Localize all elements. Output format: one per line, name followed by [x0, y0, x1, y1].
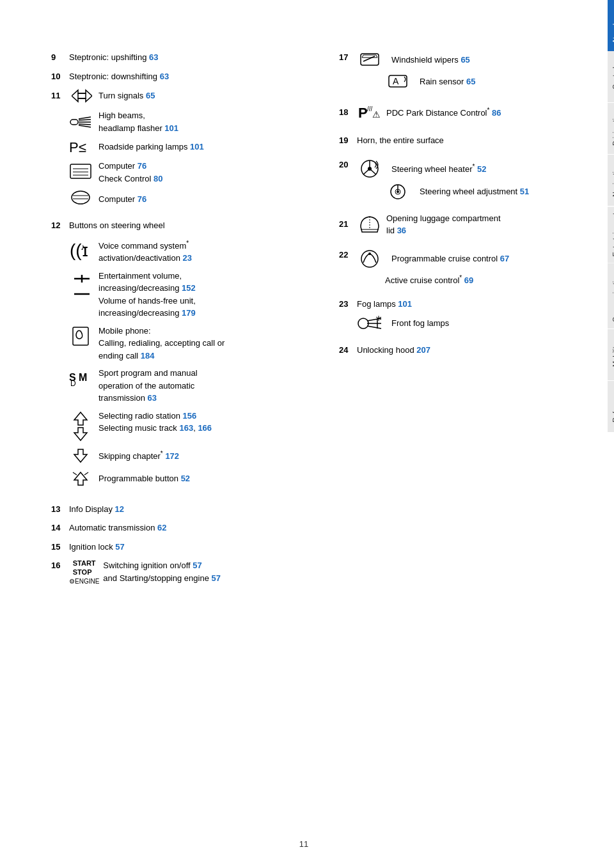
entry-22-number: 22	[339, 249, 357, 261]
entry-24: 24 Unlocking hood 207	[339, 344, 588, 357]
sub-entry-entertainment: Entertainment volume, increasing/decreas…	[69, 270, 326, 320]
sub-entry-voice: ((ɪ ♪ Voice command system* activation/d…	[69, 238, 326, 265]
entry-9-label: Steptronic: upshifting	[69, 52, 146, 62]
svg-point-13	[72, 191, 90, 204]
sidebar-tab-entertainment[interactable]: Entertainment	[608, 206, 614, 263]
entry-16-ref[interactable]: 57	[193, 561, 201, 570]
computer-2-text: Computer 76	[98, 193, 326, 206]
entry-13-text: Info Display 12	[69, 503, 326, 516]
check-control-ref[interactable]: 80	[154, 174, 162, 183]
entry-15-number: 15	[51, 541, 69, 554]
voice-command-text: Voice command system* activation/deactiv…	[98, 238, 326, 265]
entry-14-number: 14	[51, 522, 69, 534]
page-container: 9 Steptronic: upshifting 63 10 Steptroni…	[0, 0, 614, 868]
entry-15-ref[interactable]: 57	[115, 542, 124, 552]
roadside-parking-text: Roadside parking lamps 101	[98, 141, 326, 153]
svg-text:⚠: ⚠	[372, 109, 381, 120]
entry-16-text: Switching ignition on/off 57 and Startin…	[103, 559, 326, 584]
entry-17-number: 17	[339, 51, 357, 64]
computer-1-icon	[69, 163, 95, 182]
sidebar-tab-navigation-label: Navigation	[611, 164, 614, 197]
svg-line-4	[79, 117, 91, 119]
high-beams-ref[interactable]: 101	[164, 123, 178, 133]
entry-9-text: Steptronic: upshifting 63	[69, 51, 326, 64]
voice-ref[interactable]: 23	[183, 253, 192, 263]
sidebar-tab-driving-tips[interactable]: Driving tips	[608, 103, 614, 154]
music-ref[interactable]: 163	[179, 423, 193, 433]
entry-11-number: 11	[51, 89, 69, 102]
radio-ref[interactable]: 156	[183, 411, 197, 421]
computer-1-ref[interactable]: 76	[138, 161, 146, 171]
mobile-phone-icon	[69, 325, 95, 346]
sidebar-tab-mobility-label: Mobility	[611, 343, 614, 367]
sport-program-icon: S M D	[69, 367, 95, 386]
entry-11-text: Turn signals 65	[98, 89, 326, 102]
sidebar-tab-mobility[interactable]: Mobility	[608, 329, 614, 380]
turn-signals-icon	[69, 89, 95, 103]
radio-icon	[69, 410, 95, 442]
entry-15-text: Ignition lock 57	[69, 541, 326, 554]
entry-23: 23 Fog lamps 101	[339, 298, 588, 332]
windshield-text: Windshield wipers 65	[391, 54, 470, 66]
entry-12-text: Buttons on steering wheel	[69, 219, 326, 232]
high-beams-text: High beams,headlamp flasher 101	[98, 109, 326, 134]
entertainment-text: Entertainment volume, increasing/decreas…	[98, 270, 326, 320]
sub-entry-skip: Skipping chapter* 172	[69, 447, 326, 465]
sidebar-tab-controls[interactable]: Controls	[608, 51, 614, 102]
entry-10-number: 10	[51, 70, 69, 83]
handsfree-ref[interactable]: 179	[182, 308, 196, 318]
programmable-icon	[69, 470, 95, 488]
steering-adj-ref[interactable]: 51	[520, 187, 529, 196]
entry-10-ref[interactable]: 63	[160, 72, 169, 81]
sidebar-tab-reference[interactable]: Reference	[608, 381, 614, 432]
steering-heater-ref[interactable]: 52	[477, 164, 486, 174]
svg-rect-2	[70, 120, 78, 125]
cruise-ref[interactable]: 67	[500, 254, 509, 263]
entry-14-ref[interactable]: 62	[157, 523, 166, 532]
windshield-ref[interactable]: 65	[460, 55, 469, 65]
active-cruise-text: Active cruise control* 69	[385, 273, 473, 287]
computer-2-ref[interactable]: 76	[138, 194, 146, 204]
entry-16-ref2[interactable]: 57	[211, 573, 220, 583]
entry-19-number: 19	[339, 134, 357, 147]
entertainment-ref[interactable]: 152	[182, 283, 196, 293]
sidebar-tab-communications[interactable]: Communications	[608, 263, 614, 329]
entry-16-label: Switching ignition on/off	[103, 561, 190, 570]
entry-24-ref[interactable]: 207	[416, 345, 430, 355]
high-beams-icon	[69, 113, 95, 131]
entry-16-number: 16	[51, 559, 69, 572]
entry-10-text: Steptronic: downshifting 63	[69, 70, 326, 83]
entry-20: 20	[339, 159, 588, 201]
svg-text:D: D	[70, 379, 76, 386]
sidebar-tab-controls-label: Controls	[611, 64, 614, 90]
entry-12-number: 12	[51, 219, 69, 232]
skip-ref[interactable]: 172	[165, 451, 179, 461]
mobile-ref[interactable]: 184	[141, 351, 155, 360]
skip-icon	[69, 447, 95, 465]
sidebar-tab-reference-label: Reference	[611, 391, 614, 423]
svg-line-52	[367, 326, 381, 329]
entry-16: 16 STARTSTOP ⚙ENGINE Switching ignition …	[51, 559, 326, 585]
music-ref2[interactable]: 166	[198, 423, 212, 433]
entry-18-ref[interactable]: 86	[492, 108, 501, 118]
sidebar-tab-navigation[interactable]: Navigation	[608, 155, 614, 206]
entry-21-ref[interactable]: 36	[397, 226, 406, 235]
active-cruise-ref[interactable]: 69	[464, 275, 473, 285]
computer-2-icon	[69, 190, 95, 209]
svg-marker-25	[74, 449, 87, 462]
sidebar-tab-at-a-glance[interactable]: At a glance	[608, 0, 614, 51]
entry-9-ref[interactable]: 63	[149, 52, 158, 62]
svg-text:♪: ♪	[81, 242, 85, 252]
svg-marker-1	[78, 90, 92, 102]
rain-ref[interactable]: 65	[466, 77, 475, 86]
sub-entry-sport: S M D Sport program and manual operation…	[69, 367, 326, 405]
sidebar-tab-driving-tips-label: Driving tips	[611, 111, 614, 146]
right-column: 17 Windshield wipers 6	[339, 51, 588, 593]
roadside-ref[interactable]: 101	[190, 142, 204, 151]
sport-text: Sport program and manual operation of th…	[98, 367, 326, 405]
entry-13-ref[interactable]: 12	[115, 504, 124, 514]
entry-11-ref[interactable]: 65	[146, 91, 155, 100]
sport-ref[interactable]: 63	[148, 393, 157, 403]
fog-ref[interactable]: 101	[398, 299, 412, 309]
programmable-ref[interactable]: 52	[181, 474, 190, 483]
